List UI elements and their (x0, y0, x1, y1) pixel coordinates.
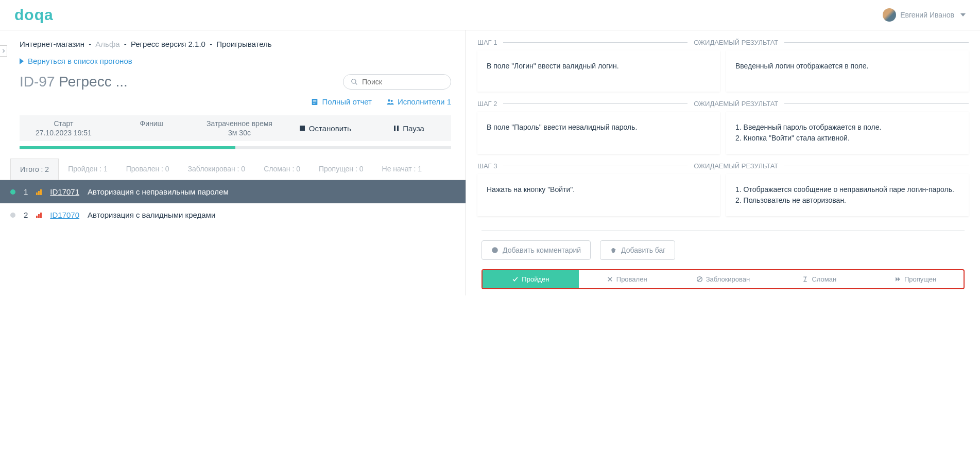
divider (482, 231, 965, 231)
pause-button[interactable]: Пауза (367, 115, 451, 141)
svg-rect-3 (313, 100, 317, 100)
status-failed-button[interactable]: Провален (579, 270, 675, 288)
test-number: 2 (24, 211, 28, 219)
filter-tabs: Итого : 2 Пройден : 1 Провален : 0 Забло… (0, 159, 466, 180)
close-icon (607, 276, 613, 283)
svg-point-8 (492, 247, 498, 253)
finish-label: Финиш (110, 119, 194, 128)
breadcrumb-env[interactable]: Альфа (95, 40, 119, 48)
svg-marker-22 (896, 277, 898, 282)
step-text: В поле "Логин" ввести валидный логин. (477, 50, 720, 92)
page-title: ID-97 Регресс ... (20, 74, 128, 90)
blocked-icon (696, 276, 703, 283)
pause-icon (394, 126, 399, 131)
start-label: Старт (22, 119, 106, 128)
svg-point-7 (391, 100, 393, 102)
stop-button[interactable]: Остановить (283, 115, 367, 141)
svg-point-6 (388, 99, 390, 102)
status-dot-icon (10, 213, 15, 218)
app-header: doqa Евгений Иванов (0, 0, 980, 30)
tab-failed[interactable]: Провален : 0 (117, 159, 179, 180)
priority-icon (36, 212, 42, 218)
tab-skipped[interactable]: Пропущен : 0 (310, 159, 373, 180)
check-icon (512, 276, 519, 283)
status-blocked-button[interactable]: Заблокирован (675, 270, 771, 288)
search-input-wrapper[interactable] (343, 74, 451, 90)
step-header: ШАГ 2 ОЖИДАЕМЫЙ РЕЗУЛЬТАТ (472, 92, 974, 112)
progress-bar (20, 146, 451, 149)
add-bug-button[interactable]: Добавить баг (600, 240, 675, 260)
elapsed-value: 3м 30с (198, 129, 282, 137)
svg-rect-5 (313, 103, 316, 103)
stop-icon (300, 126, 305, 131)
logo[interactable]: doqa (14, 6, 54, 24)
avatar (883, 8, 896, 22)
play-icon (20, 58, 24, 64)
tab-broken[interactable]: Сломан : 0 (254, 159, 310, 180)
svg-line-1 (355, 83, 357, 85)
search-input[interactable] (362, 78, 443, 86)
start-value: 27.10.2023 19:51 (22, 129, 106, 137)
progress-fill (20, 146, 235, 149)
comment-icon (491, 247, 498, 254)
test-row[interactable]: 1 ID17071 Авторизация с неправильным пар… (0, 180, 466, 203)
step-result: Введенный логин отображается в поле. (726, 50, 969, 92)
svg-point-0 (352, 79, 356, 83)
tab-passed[interactable]: Пройден : 1 (59, 159, 117, 180)
user-menu[interactable]: Евгений Иванов (883, 8, 966, 22)
step-header: ШАГ 3 ОЖИДАЕМЫЙ РЕЗУЛЬТАТ (472, 154, 974, 174)
chevron-down-icon (960, 13, 966, 16)
breadcrumb-project[interactable]: Интернет-магазин (20, 40, 84, 48)
elapsed-label: Затраченное время (198, 119, 282, 128)
step-result: 1. Введенный пароль отображается в поле.… (726, 112, 969, 154)
broken-icon (802, 276, 809, 283)
step-text: В поле "Пароль" ввести невалидный пароль… (477, 112, 720, 154)
step-header: ШАГ 1 ОЖИДАЕМЫЙ РЕЗУЛЬТАТ (472, 30, 974, 50)
breadcrumb-page: Проигрыватель (216, 40, 271, 48)
run-stats: Старт 27.10.2023 19:51 Финиш Затраченное… (20, 115, 451, 141)
tab-blocked[interactable]: Заблокирован : 0 (179, 159, 255, 180)
svg-line-21 (697, 277, 701, 282)
expand-sidebar-button[interactable] (0, 45, 7, 57)
report-icon (311, 98, 319, 106)
breadcrumb: Интернет-магазин - Альфа - Регресс верси… (0, 30, 466, 51)
svg-rect-4 (313, 101, 317, 102)
status-broken-button[interactable]: Сломан (771, 270, 867, 288)
step-result: 1. Отображается сообщение о неправильной… (726, 174, 969, 216)
status-dot-icon (10, 189, 15, 195)
bug-icon (610, 247, 617, 254)
tab-not-started[interactable]: Не начат : 1 (373, 159, 432, 180)
svg-marker-23 (898, 277, 900, 282)
test-id[interactable]: ID17070 (50, 211, 79, 219)
priority-icon (36, 189, 42, 195)
search-icon (351, 78, 358, 86)
add-comment-button[interactable]: Добавить комментарий (482, 240, 591, 260)
svg-point-9 (612, 248, 615, 253)
users-icon (386, 98, 394, 106)
step-text: Нажать на кнопку "Войти". (477, 174, 720, 216)
test-number: 1 (24, 187, 28, 196)
user-name: Евгений Иванов (900, 11, 954, 19)
status-skipped-button[interactable]: Пропущен (867, 270, 964, 288)
status-buttons: Пройден Провален Заблокирован Сломан Про… (482, 269, 965, 289)
test-name: Авторизация с валидными кредами (88, 211, 215, 219)
skip-icon (895, 276, 901, 283)
test-row[interactable]: 2 ID17070 Авторизация с валидными кредам… (0, 203, 466, 226)
test-name: Авторизация с неправильным паролем (88, 187, 229, 196)
performers-link[interactable]: Исполнители 1 (386, 97, 451, 106)
test-id[interactable]: ID17071 (50, 187, 79, 196)
full-report-link[interactable]: Полный отчет (311, 97, 372, 106)
tab-total[interactable]: Итого : 2 (10, 159, 59, 180)
breadcrumb-run[interactable]: Регресс версия 2.1.0 (131, 40, 205, 48)
status-passed-button[interactable]: Пройден (483, 270, 579, 288)
back-to-runs-link[interactable]: Вернуться в список прогонов (0, 51, 466, 71)
